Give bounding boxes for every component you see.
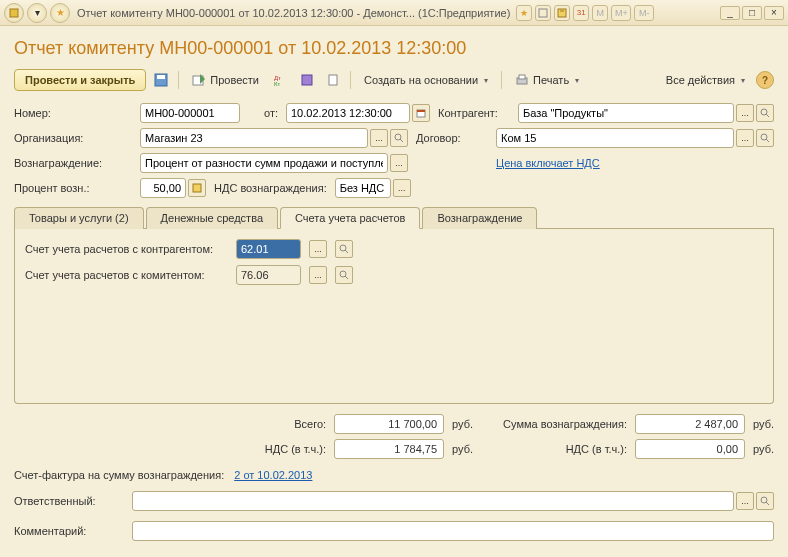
svg-rect-2 <box>558 9 566 17</box>
svg-text:Кт: Кт <box>274 81 280 87</box>
account-committent-search-icon[interactable] <box>335 266 353 284</box>
responsible-select-icon[interactable]: ... <box>736 492 754 510</box>
dtkt-icon[interactable]: ДтКт <box>270 69 292 91</box>
print-label: Печать <box>533 74 569 86</box>
contract-select-icon[interactable]: ... <box>736 129 754 147</box>
contract-label: Договор: <box>416 132 488 144</box>
tab-goods[interactable]: Товары и услуги (2) <box>14 207 144 229</box>
account-committent-select-icon[interactable]: ... <box>309 266 327 284</box>
responsible-search-icon[interactable] <box>756 492 774 510</box>
reward-select-icon[interactable]: ... <box>390 154 408 172</box>
invoice-label: Счет-фактура на сумму вознаграждения: <box>14 469 224 481</box>
account-contractor-select-icon[interactable]: ... <box>309 240 327 258</box>
svg-rect-10 <box>329 75 337 85</box>
all-actions-label: Все действия <box>666 74 735 86</box>
window-title: Отчет комитенту МН00-000001 от 10.02.201… <box>77 7 510 19</box>
titlebar: ▾ ★ Отчет комитенту МН00-000001 от 10.02… <box>0 0 788 26</box>
vat2-unit: руб. <box>753 443 774 455</box>
toolbar: Провести и закрыть Провести ДтКт Создать… <box>14 69 774 91</box>
contract-field[interactable] <box>496 128 734 148</box>
minimize-button[interactable]: _ <box>720 6 740 20</box>
account-contractor-label: Счет учета расчетов с контрагентом: <box>25 243 230 255</box>
comment-field[interactable] <box>132 521 774 541</box>
close-button[interactable]: × <box>764 6 784 20</box>
price-includes-vat-link[interactable]: Цена включает НДС <box>496 157 600 169</box>
total-label: Всего: <box>265 418 326 430</box>
org-select-icon[interactable]: ... <box>370 129 388 147</box>
total-unit: руб. <box>452 418 473 430</box>
svg-rect-9 <box>302 75 312 85</box>
number-field[interactable] <box>140 103 240 123</box>
maximize-button[interactable]: □ <box>742 6 762 20</box>
tb-mplus-icon[interactable]: M+ <box>611 5 631 21</box>
tb-history-icon[interactable] <box>535 5 551 21</box>
reward-sum-label: Сумма вознаграждения: <box>503 418 627 430</box>
number-label: Номер: <box>14 107 132 119</box>
invoice-link[interactable]: 2 от 10.02.2013 <box>234 469 312 481</box>
svg-line-23 <box>345 250 348 253</box>
nav-down-icon[interactable]: ▾ <box>27 3 47 23</box>
post-and-close-button[interactable]: Провести и закрыть <box>14 69 146 91</box>
from-label: от: <box>248 107 278 119</box>
save-icon[interactable] <box>150 69 172 91</box>
app-menu-icon[interactable] <box>4 3 24 23</box>
list-icon[interactable] <box>296 69 318 91</box>
date-field[interactable] <box>286 103 410 123</box>
vat-label: НДС (в т.ч.): <box>265 443 326 455</box>
comment-label: Комментарий: <box>14 525 124 537</box>
account-committent-field[interactable]: 76.06 <box>236 265 301 285</box>
vat-reward-select-icon[interactable]: ... <box>393 179 411 197</box>
total-field: 11 700,00 <box>334 414 444 434</box>
vat-reward-field[interactable] <box>335 178 391 198</box>
svg-line-18 <box>400 139 403 142</box>
help-button[interactable]: ? <box>756 71 774 89</box>
contract-search-icon[interactable] <box>756 129 774 147</box>
responsible-field[interactable] <box>132 491 734 511</box>
svg-line-27 <box>766 502 769 505</box>
svg-rect-5 <box>157 75 165 79</box>
reward-field[interactable] <box>140 153 388 173</box>
tab-reward[interactable]: Вознаграждение <box>422 207 537 229</box>
tab-content: Счет учета расчетов с контрагентом: 62.0… <box>14 229 774 404</box>
tb-calendar-icon[interactable]: 31 <box>573 5 589 21</box>
svg-rect-14 <box>417 110 425 112</box>
page-title: Отчет комитенту МН00-000001 от 10.02.201… <box>14 38 774 59</box>
vat2-field: 0,00 <box>635 439 745 459</box>
svg-line-20 <box>766 139 769 142</box>
vat-reward-label: НДС вознаграждения: <box>214 182 327 194</box>
tb-calc-icon[interactable] <box>554 5 570 21</box>
org-label: Организация: <box>14 132 132 144</box>
doc-icon[interactable] <box>322 69 344 91</box>
create-based-button[interactable]: Создать на основании <box>357 70 495 90</box>
all-actions-button[interactable]: Все действия <box>659 70 752 90</box>
tb-favorite-icon[interactable]: ★ <box>516 5 532 21</box>
svg-line-25 <box>345 276 348 279</box>
svg-rect-1 <box>539 9 547 17</box>
reward-label: Вознаграждение: <box>14 157 132 169</box>
tb-mminus-icon[interactable]: M- <box>634 5 654 21</box>
print-button[interactable]: Печать <box>508 69 586 91</box>
vat-unit: руб. <box>452 443 473 455</box>
reward-sum-unit: руб. <box>753 418 774 430</box>
calendar-icon[interactable] <box>412 104 430 122</box>
percent-calc-icon[interactable] <box>188 179 206 197</box>
svg-rect-12 <box>519 75 525 79</box>
vat-field: 1 784,75 <box>334 439 444 459</box>
tb-m-icon[interactable]: M <box>592 5 608 21</box>
account-contractor-field[interactable]: 62.01 <box>236 239 301 259</box>
percent-field[interactable] <box>140 178 186 198</box>
account-contractor-search-icon[interactable] <box>335 240 353 258</box>
favorite-star-icon[interactable]: ★ <box>50 3 70 23</box>
org-field[interactable] <box>140 128 368 148</box>
post-button[interactable]: Провести <box>185 69 266 91</box>
tab-accounts[interactable]: Счета учета расчетов <box>280 207 420 229</box>
contractor-field[interactable] <box>518 103 734 123</box>
contractor-search-icon[interactable] <box>756 104 774 122</box>
percent-label: Процент возн.: <box>14 182 132 194</box>
contractor-select-icon[interactable]: ... <box>736 104 754 122</box>
org-search-icon[interactable] <box>390 129 408 147</box>
svg-rect-0 <box>10 9 18 17</box>
tab-money[interactable]: Денежные средства <box>146 207 278 229</box>
vat2-label: НДС (в т.ч.): <box>503 443 627 455</box>
svg-rect-21 <box>193 184 201 192</box>
